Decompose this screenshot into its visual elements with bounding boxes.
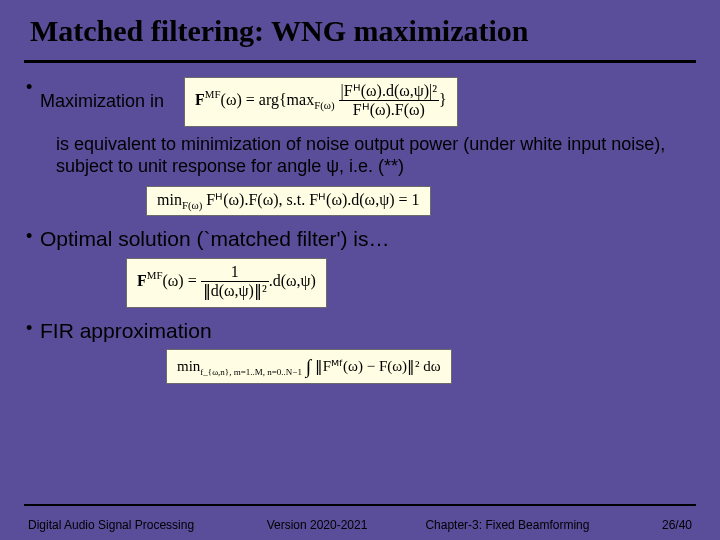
bullet-2: • Optimal solution (`matched filter') is…	[26, 226, 694, 252]
bullet-2-text: Optimal solution (`matched filter') is…	[40, 226, 694, 252]
page-title: Matched filtering: WNG maximization	[30, 14, 690, 48]
slide: Matched filtering: WNG maximization • Ma…	[0, 0, 720, 540]
formula-matched-filter-row: FMF(ω) = 1 ‖d(ω,ψ)‖² .d(ω,ψ)	[126, 258, 694, 308]
bullet-dot-icon: •	[26, 318, 40, 340]
formula-matched-filter: FMF(ω) = 1 ‖d(ω,ψ)‖² .d(ω,ψ)	[126, 258, 327, 308]
bullet-1-label: Maximization in	[40, 91, 164, 111]
formula-min-constraint: minF(ω) Fᴴ(ω).F(ω), s.t. Fᴴ(ω).d(ω,ψ) = …	[146, 186, 431, 216]
footer-left: Digital Audio Signal Processing	[28, 518, 194, 532]
integral-icon: ∫	[306, 356, 311, 377]
bullet-dot-icon: •	[26, 77, 40, 99]
bullet-3-text: FIR approximation	[40, 318, 694, 344]
title-area: Matched filtering: WNG maximization	[0, 0, 720, 54]
bullet-1-text: Maximization in FMF(ω) = arg{maxF(ω) |Fᴴ…	[40, 77, 694, 127]
bullet-3: • FIR approximation	[26, 318, 694, 344]
footer-divider	[24, 504, 696, 506]
content-area: • Maximization in FMF(ω) = arg{maxF(ω) |…	[0, 63, 720, 384]
bullet-1: • Maximization in FMF(ω) = arg{maxF(ω) |…	[26, 77, 694, 127]
fraction: |Fᴴ(ω).d(ω,ψ)|² Fᴴ(ω).F(ω)	[339, 82, 440, 120]
formula-min-constraint-row: minF(ω) Fᴴ(ω).F(ω), s.t. Fᴴ(ω).d(ω,ψ) = …	[146, 186, 694, 216]
footer-version: Version 2020-2021	[267, 518, 368, 532]
footer-page-number: 26/40	[662, 518, 692, 532]
formula-wng-argmax: FMF(ω) = arg{maxF(ω) |Fᴴ(ω).d(ω,ψ)|² Fᴴ(…	[184, 77, 458, 127]
footer-chapter: Chapter-3: Fixed Beamforming	[425, 518, 589, 532]
formula-fir-approx-row: minf_{ω,n}, m=1..M, n=0..N−1 ∫ ‖Fᴹᶠ(ω) −…	[166, 349, 694, 383]
footer-mid-group: Version 2020-2021 Chapter-3: Fixed Beamf…	[267, 518, 590, 532]
bullet-dot-icon: •	[26, 226, 40, 248]
footer: Digital Audio Signal Processing Version …	[0, 518, 720, 532]
formula-fir-approx: minf_{ω,n}, m=1..M, n=0..N−1 ∫ ‖Fᴹᶠ(ω) −…	[166, 349, 452, 383]
bullet-1-subtext: is equivalent to minimization of noise o…	[56, 133, 694, 178]
fraction: 1 ‖d(ω,ψ)‖²	[201, 263, 269, 301]
